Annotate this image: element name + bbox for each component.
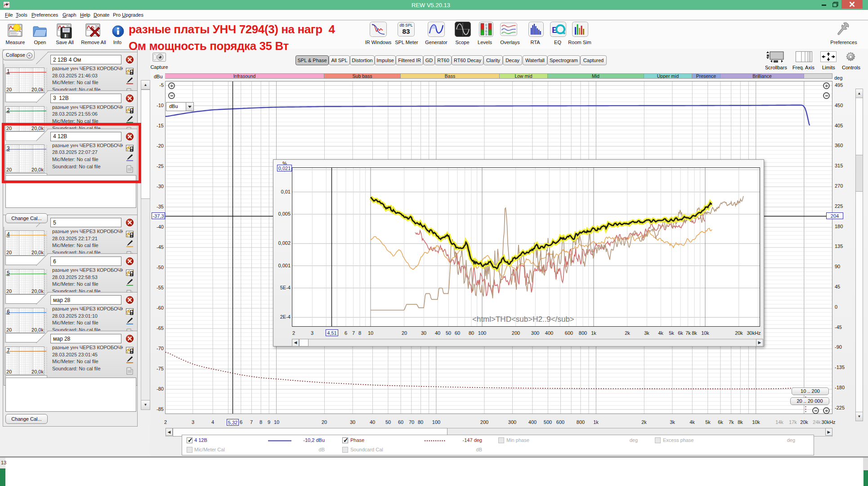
svg-text:6: 6 bbox=[485, 30, 487, 33]
svg-text:dB SPL: dB SPL bbox=[400, 23, 413, 27]
svg-text:9: 9 bbox=[485, 33, 487, 36]
svg-text:83: 83 bbox=[403, 27, 410, 35]
svg-text:3: 3 bbox=[485, 27, 487, 30]
svg-text:0: 0 bbox=[485, 23, 487, 27]
